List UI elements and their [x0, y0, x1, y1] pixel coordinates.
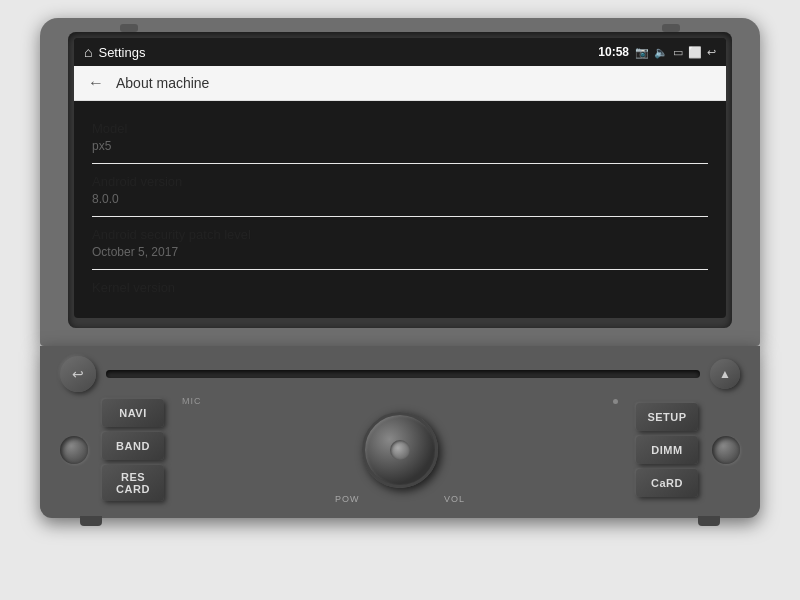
settings-item-security-value: October 5, 2017	[92, 245, 708, 259]
status-bar-right: 10:58 📷 🔈 ▭ ⬜ ↩	[598, 45, 716, 59]
navi-button[interactable]: NAVI	[102, 399, 164, 427]
settings-header: ← About machine	[74, 66, 726, 101]
dimm-button[interactable]: DIMM	[636, 436, 698, 464]
side-circle-right	[712, 436, 740, 464]
status-bar: ⌂ Settings 10:58 📷 🔈 ▭ ⬜ ↩	[74, 38, 726, 66]
rotate-icon: ⬜	[688, 46, 702, 59]
back-nav-icon[interactable]: ↩	[707, 46, 716, 59]
left-buttons-col: NAVI BAND RES CARD	[102, 399, 164, 501]
clock: 10:58	[598, 45, 629, 59]
card-button[interactable]: CaRD	[636, 469, 698, 497]
status-bar-left: ⌂ Settings	[84, 44, 145, 60]
head-unit-top: ⌂ Settings 10:58 📷 🔈 ▭ ⬜ ↩ ← Ab	[40, 18, 760, 346]
band-button[interactable]: BAND	[102, 432, 164, 460]
back-button[interactable]: ↩	[60, 356, 96, 392]
feet	[80, 516, 720, 526]
eject-button[interactable]: ▲	[710, 359, 740, 389]
settings-section-title: About machine	[116, 75, 209, 91]
settings-item-security-patch: Android security patch level October 5, …	[92, 217, 708, 270]
screen-bezel: ⌂ Settings 10:58 📷 🔈 ▭ ⬜ ↩ ← Ab	[68, 32, 732, 328]
knob-labels: POW VOL	[335, 494, 465, 504]
status-title: Settings	[98, 45, 145, 60]
settings-list: Model px5 Android version 8.0.0 Android …	[74, 101, 726, 318]
settings-item-model: Model px5	[92, 111, 708, 164]
panel-body: NAVI BAND RES CARD MIC POW VOL SETUP DIM…	[60, 396, 740, 504]
setup-button[interactable]: SETUP	[636, 403, 698, 431]
res-label: RES	[121, 471, 145, 483]
cd-slot-wrapper	[106, 370, 700, 378]
center-section: MIC POW VOL	[178, 396, 622, 504]
pow-label: POW	[335, 494, 360, 504]
foot-right	[698, 516, 720, 526]
control-panel: ↩ ▲ NAVI BAND RES CARD MIC	[40, 346, 760, 518]
eject-icon: ▲	[719, 367, 731, 381]
settings-item-android-label: Android version	[92, 174, 708, 189]
camera-icon: 📷	[635, 46, 649, 59]
volume-icon: 🔈	[654, 46, 668, 59]
foot-left	[80, 516, 102, 526]
settings-item-kernel-label: Kernel version	[92, 280, 708, 295]
dot-indicator	[613, 399, 618, 404]
home-icon[interactable]: ⌂	[84, 44, 92, 60]
vol-label: VOL	[444, 494, 465, 504]
back-arrow-icon[interactable]: ←	[88, 74, 104, 92]
mic-label: MIC	[182, 396, 202, 406]
settings-item-security-label: Android security patch level	[92, 227, 708, 242]
settings-item-kernel: Kernel version	[92, 270, 708, 308]
card-label-left: CARD	[116, 483, 150, 495]
settings-item-android-value: 8.0.0	[92, 192, 708, 206]
right-buttons-col: SETUP DIMM CaRD	[636, 403, 698, 497]
settings-item-android-version: Android version 8.0.0	[92, 164, 708, 217]
side-circle-left	[60, 436, 88, 464]
res-card-button[interactable]: RES CARD	[102, 465, 164, 501]
back-icon: ↩	[72, 366, 84, 382]
top-panel-row: ↩ ▲	[60, 356, 740, 392]
settings-item-model-label: Model	[92, 121, 708, 136]
status-icons: 📷 🔈 ▭ ⬜ ↩	[635, 46, 716, 59]
main-knob[interactable]	[362, 412, 438, 488]
screen-icon: ▭	[673, 46, 683, 59]
settings-item-model-value: px5	[92, 139, 708, 153]
mic-area: MIC	[178, 396, 622, 406]
cd-slot[interactable]	[106, 370, 700, 378]
screen: ⌂ Settings 10:58 📷 🔈 ▭ ⬜ ↩ ← Ab	[74, 38, 726, 318]
